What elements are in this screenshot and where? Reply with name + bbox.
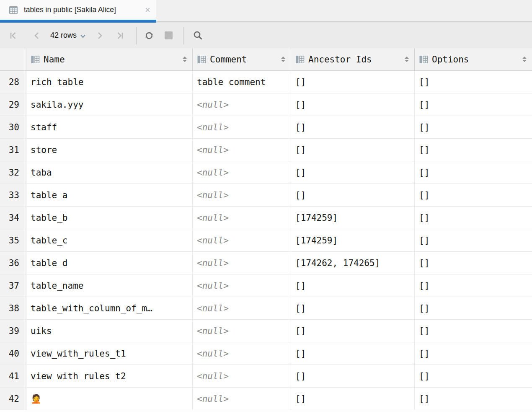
cell-options[interactable]: [] [415, 388, 532, 410]
row-number[interactable]: 31 [0, 139, 26, 161]
row-number[interactable]: 41 [0, 365, 26, 388]
table-row: 28 rich_table table comment [] [] [0, 71, 532, 93]
cell-comment[interactable]: <null> [193, 274, 291, 297]
row-number[interactable]: 34 [0, 207, 26, 229]
tab-tables-in-public[interactable]: tables in public [Sakila Alice] [0, 0, 156, 20]
cell-options[interactable]: [] [415, 71, 532, 93]
cell-ancestor-ids[interactable]: [] [291, 93, 415, 116]
column-header-options[interactable]: Options [415, 48, 532, 70]
search-button[interactable] [192, 30, 204, 41]
column-header-comment[interactable]: Comment [193, 48, 291, 70]
cell-name[interactable]: view_with_rules_t1 [26, 342, 193, 365]
column-header-label: Ancestor Ids [308, 54, 372, 65]
cell-comment[interactable]: <null> [193, 207, 291, 229]
table-row: 35 table_c <null> [174259] [] [0, 229, 532, 252]
table-row: 34 table_b <null> [174259] [] [0, 207, 532, 229]
cell-name[interactable]: table_with_column_of_m… [26, 297, 193, 320]
cell-comment[interactable]: <null> [193, 320, 291, 342]
row-number[interactable]: 36 [0, 252, 26, 274]
cell-ancestor-ids[interactable]: [] [291, 388, 415, 410]
last-page-button[interactable] [114, 30, 126, 41]
next-page-button[interactable] [94, 30, 106, 41]
stop-button[interactable] [163, 30, 174, 41]
tab-title: tables in public [Sakila Alice] [24, 5, 116, 14]
cell-ancestor-ids[interactable]: [] [291, 116, 415, 139]
row-number[interactable]: 35 [0, 229, 26, 252]
cell-ancestor-ids[interactable]: [] [291, 274, 415, 297]
cell-comment[interactable]: <null> [193, 252, 291, 274]
sort-arrows-icon [405, 57, 410, 62]
cell-options[interactable]: [] [415, 207, 532, 229]
cell-options[interactable]: [] [415, 116, 532, 139]
table-row: 41 view_with_rules_t2 <null> [] [] [0, 365, 532, 388]
cell-options[interactable]: [] [415, 139, 532, 161]
cell-options[interactable]: [] [415, 342, 532, 365]
cell-ancestor-ids[interactable]: [] [291, 161, 415, 184]
cell-options[interactable]: [] [415, 161, 532, 184]
cell-ancestor-ids[interactable]: [] [291, 320, 415, 342]
cell-ancestor-ids[interactable]: [174262, 174265] [291, 252, 415, 274]
cell-name[interactable]: staff [26, 116, 193, 139]
cell-options[interactable]: [] [415, 93, 532, 116]
cell-name[interactable]: store [26, 139, 193, 161]
chevron-down-icon [80, 34, 86, 39]
cell-options[interactable]: [] [415, 365, 532, 388]
cell-name[interactable]: rich_table [26, 71, 193, 93]
cell-comment[interactable]: <null> [193, 116, 291, 139]
last-page-icon [114, 30, 125, 41]
cell-options[interactable]: [] [415, 229, 532, 252]
cell-name[interactable]: uiks [26, 320, 193, 342]
row-count-dropdown[interactable]: 42 rows [50, 31, 86, 40]
cell-name[interactable]: view_with_rules_t2 [26, 365, 193, 388]
cell-comment[interactable]: table comment [193, 71, 291, 93]
cell-comment[interactable]: <null> [193, 161, 291, 184]
row-number[interactable]: 28 [0, 71, 26, 93]
cell-name[interactable]: table_name [26, 274, 193, 297]
row-number[interactable]: 38 [0, 297, 26, 320]
cell-name[interactable]: sakila.yyy [26, 93, 193, 116]
next-page-icon [94, 30, 105, 41]
row-number[interactable]: 39 [0, 320, 26, 342]
cell-comment[interactable]: <null> [193, 365, 291, 388]
row-number[interactable]: 29 [0, 93, 26, 116]
cell-options[interactable]: [] [415, 184, 532, 207]
cell-options[interactable]: [] [415, 274, 532, 297]
cell-comment[interactable]: <null> [193, 342, 291, 365]
refresh-button[interactable] [143, 30, 155, 41]
cell-comment[interactable]: <null> [193, 139, 291, 161]
cell-name[interactable]: table_c [26, 229, 193, 252]
cell-comment[interactable]: <null> [193, 297, 291, 320]
cell-ancestor-ids[interactable]: [174259] [291, 207, 415, 229]
cell-ancestor-ids[interactable]: [] [291, 365, 415, 388]
cell-name[interactable]: table_b [26, 207, 193, 229]
row-number[interactable]: 40 [0, 342, 26, 365]
cell-ancestor-ids[interactable]: [] [291, 184, 415, 207]
cell-name[interactable]: taba [26, 161, 193, 184]
cell-comment[interactable]: <null> [193, 229, 291, 252]
cell-options[interactable]: [] [415, 297, 532, 320]
cell-options[interactable]: [] [415, 320, 532, 342]
row-number[interactable]: 37 [0, 274, 26, 297]
column-header-name[interactable]: Name [26, 48, 193, 70]
row-number[interactable]: 30 [0, 116, 26, 139]
column-header-ancestor-ids[interactable]: Ancestor Ids [291, 48, 415, 70]
cell-options[interactable]: [] [415, 252, 532, 274]
cell-ancestor-ids[interactable]: [] [291, 342, 415, 365]
cell-name[interactable]: 🤦 [26, 388, 193, 410]
row-number[interactable]: 42 [0, 388, 26, 410]
cell-name[interactable]: table_a [26, 184, 193, 207]
cell-comment[interactable]: <null> [193, 93, 291, 116]
cell-ancestor-ids[interactable]: [] [291, 71, 415, 93]
cell-comment[interactable]: <null> [193, 184, 291, 207]
row-number[interactable]: 33 [0, 184, 26, 207]
table-row: 40 view_with_rules_t1 <null> [] [] [0, 342, 532, 365]
cell-name[interactable]: table_d [26, 252, 193, 274]
first-page-button[interactable] [8, 30, 19, 41]
cell-ancestor-ids[interactable]: [] [291, 139, 415, 161]
cell-comment[interactable]: <null> [193, 388, 291, 410]
close-icon[interactable] [144, 6, 151, 13]
cell-ancestor-ids[interactable]: [174259] [291, 229, 415, 252]
row-number[interactable]: 32 [0, 161, 26, 184]
cell-ancestor-ids[interactable]: [] [291, 297, 415, 320]
previous-page-button[interactable] [31, 30, 43, 41]
